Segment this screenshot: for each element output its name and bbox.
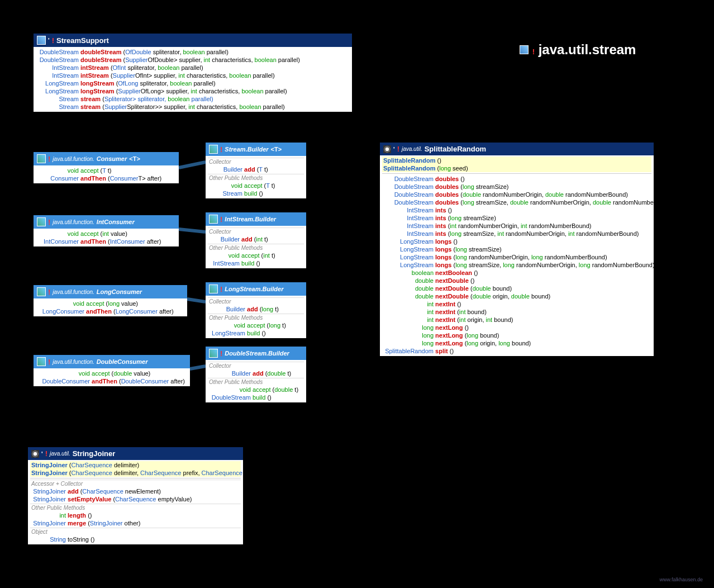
longconsumer-box: ! java.util.function.LongConsumer void a… xyxy=(34,285,187,316)
class-name: StringJoiner xyxy=(73,449,116,458)
method-row: DoubleStream doubleStream (OfDouble spli… xyxy=(36,48,350,56)
package-prefix: java.util.function. xyxy=(53,219,94,225)
method-row: IntStream build () xyxy=(208,259,304,267)
class-name: IntConsumer xyxy=(97,219,135,225)
method-row: LongStream longs (long streamSize, long … xyxy=(382,261,651,269)
box-header: ! DoubleStream.Builder xyxy=(206,347,306,360)
gear-icon xyxy=(383,145,391,153)
type-param: <T> xyxy=(129,155,140,162)
method-row: LongStream longStream (SupplierOfLong> s… xyxy=(36,87,350,95)
box-header: ! java.util.function.IntConsumer xyxy=(34,215,179,229)
title-text: java.util.stream xyxy=(539,42,636,57)
footer-link[interactable]: www.falkhausen.de xyxy=(659,577,703,582)
method-row: double nextDouble (double bound) xyxy=(382,284,651,292)
stringjoiner-box: ' ! java.util.StringJoiner StringJoiner … xyxy=(28,447,243,544)
method-row: long nextLong (long bound) xyxy=(382,331,651,339)
method-row: Builder add (double t) xyxy=(208,369,304,377)
svg-line-0 xyxy=(179,162,206,168)
method-list: DoubleStream doubles ()DoubleStream doub… xyxy=(382,175,651,355)
method-row: IntStream ints () xyxy=(382,206,651,214)
box-header: ! java.util.function.LongConsumer xyxy=(34,285,187,298)
class-name: StreamSupport xyxy=(56,36,109,45)
method-row: Builder add (int t) xyxy=(208,235,304,243)
svg-line-2 xyxy=(187,299,206,302)
box-header: ' ! java.util.StringJoiner xyxy=(28,447,243,460)
gear-icon xyxy=(31,450,39,458)
box-header: ' ! java.util.SplittableRandom xyxy=(380,143,654,155)
class-name: SplittableRandom xyxy=(425,145,487,153)
section-label: Other Public Methods xyxy=(208,174,304,182)
intconsumer-box: ! java.util.function.IntConsumer void ac… xyxy=(34,215,179,246)
method-row: IntStream ints (int randomNumberOrigin, … xyxy=(382,222,651,230)
section-label: Other Public Methods xyxy=(208,314,304,321)
bang-icon: ! xyxy=(397,145,399,153)
class-name: Consumer xyxy=(97,155,127,162)
section-label: Collector xyxy=(208,297,304,305)
consumer-box: ! java.util.function.Consumer <T> void a… xyxy=(34,152,179,183)
method-row: void accept (double value) xyxy=(36,369,188,377)
method-row: SplittableRandom split () xyxy=(382,347,651,355)
section-label: Other Public Methods xyxy=(208,378,304,386)
package-prefix: java.util. xyxy=(402,146,422,152)
method-row: LongStream longs () xyxy=(382,238,651,245)
class-icon xyxy=(520,45,529,54)
method-row: LongStream longStream (OfLong spliterato… xyxy=(36,79,350,87)
streamsupport-box: ' ! StreamSupport DoubleStream doubleStr… xyxy=(34,34,352,112)
intstreambuilder-box: ! IntStream.Builder CollectorBuilder add… xyxy=(206,212,306,268)
constructor-row: SplittableRandom (long seed) xyxy=(382,164,651,172)
section-label: Collector xyxy=(208,227,304,235)
bang-icon: ! xyxy=(220,285,222,293)
section-label: Accessor + Collector xyxy=(30,480,241,487)
type-param: <T> xyxy=(271,146,282,153)
bang-icon: ! xyxy=(48,358,50,366)
streambuilder-box: ! Stream.Builder <T> CollectorBuilder ad… xyxy=(206,143,306,198)
method-row: int nextInt (int bound) xyxy=(382,308,651,316)
section-label: Collector xyxy=(208,362,304,369)
class-name: LongConsumer xyxy=(97,288,142,295)
box-header: ! Stream.Builder <T> xyxy=(206,143,306,156)
box-header: ! LongStream.Builder xyxy=(206,282,306,296)
method-row: LongStream longs (long randomNumberOrigi… xyxy=(382,253,651,261)
method-row: long nextLong (long origin, long bound) xyxy=(382,339,651,347)
method-row: void accept (long t) xyxy=(208,321,304,329)
method-list: void accept (double value)DoubleConsumer… xyxy=(34,368,190,386)
method-row: long nextLong () xyxy=(382,324,651,331)
method-row: int length () xyxy=(30,511,241,519)
method-row: LongConsumer andThen (LongConsumer after… xyxy=(36,307,185,315)
method-row: IntStream intStream (SupplierOfInt> supp… xyxy=(36,72,350,79)
method-list: CollectorBuilder add (T t)Other Public M… xyxy=(206,156,306,198)
bang-icon: ! xyxy=(220,215,222,224)
section-label: Other Public Methods xyxy=(208,244,304,252)
method-row: IntStream ints (long streamSize) xyxy=(382,214,651,222)
interface-icon xyxy=(209,284,218,293)
method-row: IntStream intStream (OfInt spliterator, … xyxy=(36,64,350,72)
method-row: int nextInt (int origin, int bound) xyxy=(382,316,651,324)
interface-icon xyxy=(209,145,218,154)
svg-line-3 xyxy=(190,366,206,369)
method-row: LongStream build () xyxy=(208,329,304,337)
class-icon xyxy=(37,36,46,45)
constructor-row: StringJoiner (CharSequence delimiter) xyxy=(30,461,241,469)
doublestreambuilder-box: ! DoubleStream.Builder CollectorBuilder … xyxy=(206,347,306,402)
interface-icon xyxy=(209,215,218,224)
bang-icon: ! xyxy=(220,145,222,154)
interface-icon xyxy=(37,357,46,366)
method-row: DoubleStream build () xyxy=(208,393,304,401)
method-row: StringJoiner add (CharSequence newElemen… xyxy=(30,487,241,495)
constructors: SplittableRandom ()SplittableRandom (lon… xyxy=(382,157,651,172)
constructor-row: StringJoiner (CharSequence delimiter, Ch… xyxy=(30,469,241,477)
interface-icon xyxy=(37,217,46,226)
method-row: Consumer andThen (ConsumerT> after) xyxy=(36,174,177,182)
method-list: void accept (long value)LongConsumer and… xyxy=(34,298,187,316)
method-row: DoubleStream doubleStream (SupplierOfDou… xyxy=(36,56,350,64)
interface-icon xyxy=(37,287,46,296)
method-row: void accept (double t) xyxy=(208,386,304,393)
box-header: ! java.util.function.DoubleConsumer xyxy=(34,355,190,368)
interface-icon xyxy=(37,154,46,163)
method-row: int nextInt () xyxy=(382,300,651,308)
section-label: Other Public Methods xyxy=(30,504,241,511)
method-row: String toString () xyxy=(30,535,241,543)
method-row: double nextDouble () xyxy=(382,277,651,284)
class-name: DoubleStream.Builder xyxy=(225,350,289,357)
class-name: IntStream.Builder xyxy=(225,216,276,222)
